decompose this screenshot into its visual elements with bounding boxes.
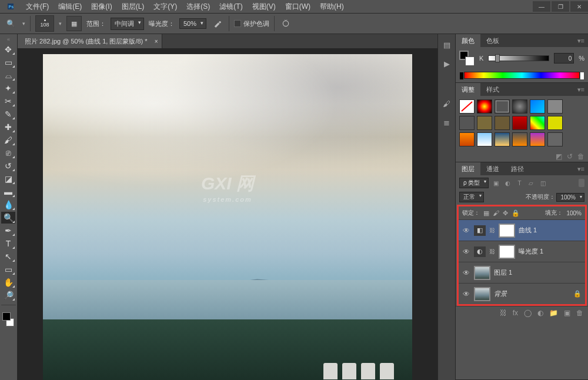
brush-presets-icon[interactable]: 🖌 bbox=[442, 99, 452, 108]
brush-panel-toggle[interactable] bbox=[66, 16, 82, 31]
document-tab[interactable]: 照片 282.jpg @ 50% (曲线 1, 图层蒙版/8) * × bbox=[18, 34, 162, 48]
layer-mask-icon[interactable]: ◯ bbox=[524, 309, 532, 317]
clone-stamp-tool[interactable]: ⎚ bbox=[1, 147, 15, 159]
adj-preset[interactable] bbox=[530, 132, 545, 146]
k-slider-track[interactable] bbox=[488, 55, 549, 61]
toolbar-collapse-icon[interactable]: « bbox=[1, 36, 16, 42]
panel-menu-icon[interactable]: ▾≡ bbox=[574, 37, 588, 45]
eraser-tool[interactable]: ◪ bbox=[1, 173, 15, 185]
filter-smart-icon[interactable]: ◫ bbox=[538, 179, 547, 187]
blur-tool[interactable]: 💧 bbox=[1, 199, 15, 211]
adj-reset-icon[interactable]: ↺ bbox=[567, 152, 573, 161]
window-maximize-button[interactable]: ❐ bbox=[552, 1, 569, 12]
adj-preset[interactable] bbox=[512, 99, 527, 114]
layer-visibility-icon[interactable]: 👁 bbox=[462, 226, 470, 235]
adj-preset[interactable] bbox=[512, 132, 527, 146]
lock-all-icon[interactable]: 🔒 bbox=[512, 209, 520, 217]
pressure-size-icon[interactable] bbox=[279, 17, 292, 30]
tab-swatches[interactable]: 色板 bbox=[480, 34, 505, 47]
eyedropper-tool[interactable]: ✎ bbox=[1, 108, 15, 120]
history-panel-icon[interactable]: ▤ bbox=[442, 40, 452, 49]
path-select-tool[interactable]: ↖ bbox=[1, 251, 15, 262]
lock-transparency-icon[interactable]: ▦ bbox=[483, 209, 489, 217]
layer-row[interactable]: 👁 背景 🔒 bbox=[459, 283, 585, 304]
lasso-tool[interactable]: ⌓ bbox=[1, 69, 15, 81]
menu-view[interactable]: 视图(V) bbox=[248, 2, 280, 12]
menu-file[interactable]: 文件(F) bbox=[21, 2, 54, 12]
menu-layer[interactable]: 图层(L) bbox=[117, 2, 149, 12]
adj-preset[interactable] bbox=[547, 116, 563, 130]
tab-layers[interactable]: 图层 bbox=[456, 162, 480, 175]
canvas-image[interactable]: GXI 网 system.com bbox=[43, 54, 412, 380]
adj-preset[interactable] bbox=[530, 99, 545, 114]
current-tool-icon[interactable] bbox=[4, 16, 18, 31]
adj-preset[interactable] bbox=[547, 132, 563, 146]
link-icon[interactable]: ⛓ bbox=[489, 227, 495, 234]
zoom-tool[interactable]: 🔎 bbox=[1, 289, 15, 301]
filter-pixel-icon[interactable]: ▣ bbox=[491, 179, 500, 187]
delete-layer-icon[interactable]: 🗑 bbox=[576, 309, 583, 317]
blend-mode-select[interactable]: 正常 bbox=[459, 192, 484, 202]
protect-tones-checkbox[interactable]: 保护色调 bbox=[234, 19, 269, 28]
tab-styles[interactable]: 样式 bbox=[480, 83, 505, 96]
layer-fx-icon[interactable]: fx bbox=[513, 309, 518, 317]
hand-tool[interactable]: ✋ bbox=[1, 276, 15, 288]
layer-mask-thumb[interactable] bbox=[499, 224, 515, 238]
panel-fgbg-swatch[interactable] bbox=[459, 51, 475, 66]
lock-position-icon[interactable]: ✥ bbox=[503, 209, 508, 217]
new-group-icon[interactable]: 📁 bbox=[549, 309, 558, 317]
tab-channels[interactable]: 通道 bbox=[480, 162, 505, 175]
filter-shape-icon[interactable]: ▱ bbox=[526, 179, 536, 187]
color-spectrum-strip[interactable] bbox=[464, 72, 580, 79]
foreground-background-color[interactable] bbox=[1, 312, 15, 326]
pressure-opacity-icon[interactable] bbox=[211, 17, 224, 30]
healing-brush-tool[interactable]: ✚ bbox=[1, 121, 15, 133]
new-layer-icon[interactable]: ▣ bbox=[564, 309, 570, 317]
close-icon[interactable]: × bbox=[155, 38, 158, 45]
link-layers-icon[interactable]: ⛓ bbox=[500, 309, 507, 317]
window-close-button[interactable]: ✕ bbox=[570, 1, 588, 12]
adj-preset[interactable] bbox=[530, 116, 545, 130]
menu-help[interactable]: 帮助(H) bbox=[315, 2, 349, 12]
marquee-tool[interactable]: ▭ bbox=[1, 56, 15, 68]
k-value-input[interactable] bbox=[554, 53, 574, 64]
exposure-select[interactable]: 50% bbox=[179, 18, 206, 29]
menu-window[interactable]: 窗口(W) bbox=[280, 2, 315, 12]
panel-menu-icon[interactable]: ▾≡ bbox=[574, 86, 588, 94]
layer-mask-thumb[interactable] bbox=[499, 245, 515, 259]
move-tool[interactable]: ✥ bbox=[1, 44, 15, 55]
adj-preset[interactable] bbox=[477, 99, 492, 114]
layer-row[interactable]: 👁 ◐ ⛓ 曝光度 1 bbox=[459, 241, 585, 262]
menu-type[interactable]: 文字(Y) bbox=[149, 2, 182, 12]
quick-select-tool[interactable]: ✦ bbox=[1, 82, 15, 94]
adj-preset[interactable] bbox=[459, 99, 475, 114]
window-minimize-button[interactable]: — bbox=[533, 1, 550, 12]
filter-type-icon[interactable]: T bbox=[514, 179, 524, 187]
layer-thumb[interactable] bbox=[474, 266, 490, 280]
filter-adjustment-icon[interactable]: ◐ bbox=[503, 179, 512, 187]
adj-preset[interactable] bbox=[459, 132, 475, 146]
layer-thumb[interactable] bbox=[474, 287, 490, 301]
adj-preset[interactable] bbox=[495, 132, 510, 146]
brush-preset-picker[interactable]: 108 bbox=[35, 15, 54, 32]
layer-visibility-icon[interactable]: 👁 bbox=[462, 269, 470, 277]
new-adjustment-icon[interactable]: ◐ bbox=[537, 309, 543, 317]
adj-clip-icon[interactable]: ◩ bbox=[556, 152, 562, 161]
layer-visibility-icon[interactable]: 👁 bbox=[462, 248, 470, 256]
gradient-tool[interactable]: ▬ bbox=[1, 186, 15, 198]
adj-preset[interactable] bbox=[495, 99, 510, 114]
app-logo[interactable]: Ps bbox=[5, 1, 16, 12]
layer-visibility-icon[interactable]: 👁 bbox=[462, 290, 470, 298]
link-icon[interactable]: ⛓ bbox=[489, 248, 495, 255]
tab-paths[interactable]: 路径 bbox=[505, 162, 530, 175]
tab-color[interactable]: 颜色 bbox=[456, 34, 480, 47]
crop-tool[interactable]: ✂ bbox=[1, 95, 15, 107]
filter-toggle-switch[interactable] bbox=[579, 179, 584, 187]
slider-handle[interactable] bbox=[495, 54, 500, 62]
range-select[interactable]: 中间调 bbox=[111, 18, 144, 30]
panel-menu-icon[interactable]: ▾≡ bbox=[574, 165, 588, 173]
tab-adjustments[interactable]: 调整 bbox=[456, 83, 480, 96]
menu-filter[interactable]: 滤镜(T) bbox=[215, 2, 247, 12]
brush-tool[interactable]: 🖌 bbox=[1, 134, 15, 146]
brushes-panel-icon[interactable]: ≣ bbox=[442, 118, 452, 127]
